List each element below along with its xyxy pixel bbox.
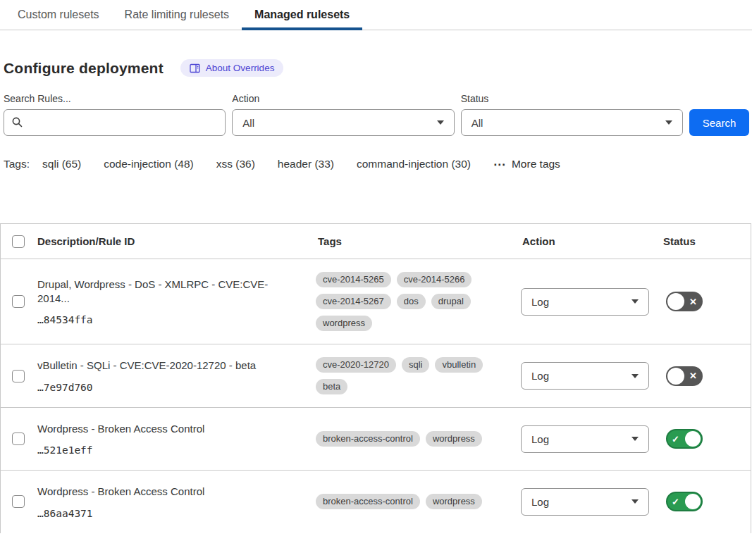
row-action-value: Log [531,496,549,508]
rule-description: vBulletin - SQLi - CVE:CVE-2020-12720 - … [37,359,297,373]
tab-custom-rulesets[interactable]: Custom rulesets [5,0,112,30]
rule-id: …521e1eff [37,444,297,456]
table-row: vBulletin - SQLi - CVE:CVE-2020-12720 - … [1,344,751,407]
tag-pill: broken-access-control [316,431,420,447]
tag-filter-xss[interactable]: xss (36) [216,158,255,170]
tab-rate-limiting-rulesets[interactable]: Rate limiting rulesets [112,0,242,30]
check-icon: ✓ [672,435,679,444]
tags-bar: Tags: sqli (65) code-injection (48) xss … [4,158,749,170]
chevron-down-icon [631,374,639,378]
ruleset-tabbar: Custom rulesets Rate limiting rulesets M… [0,0,752,30]
table-body: Drupal, Wordpress - DoS - XMLRPC - CVE:C… [1,259,751,533]
action-filter-group: Action All [232,93,454,136]
row-checkbox[interactable] [12,433,25,445]
rule-tags: cve-2014-5265cve-2014-5266cve-2014-5267d… [316,259,521,344]
table-row: Wordpress - Broken Access Control …86aa4… [1,470,751,533]
tag-pill: dos [397,294,426,309]
more-tags-label: More tags [512,158,560,170]
action-filter-value: All [242,117,254,129]
table-row: Drupal, Wordpress - DoS - XMLRPC - CVE:C… [1,259,751,344]
chevron-down-icon [631,299,639,304]
tag-filter-header[interactable]: header (33) [278,158,334,170]
about-overrides-label: About Overrides [206,63,275,73]
chevron-down-icon [437,120,444,125]
column-header-description: Description/Rule ID [37,235,316,247]
page-title: Configure deployment [4,60,164,77]
row-action-select[interactable]: Log [521,425,649,453]
status-filter-value: All [471,117,483,129]
tag-pill: wordpress [426,431,482,447]
page-head: Configure deployment About Overrides [4,59,749,77]
status-filter-label: Status [461,93,683,104]
filter-row: Search Rules... Action All Status [4,93,749,136]
row-action-value: Log [531,433,549,445]
toggle-knob [685,494,701,509]
status-toggle[interactable]: ✕ [666,366,703,386]
toggle-knob [667,368,684,385]
rule-tags: cve-2020-12720sqlivbulletinbeta [316,344,521,407]
toggle-knob [685,431,701,447]
chevron-down-icon [631,499,639,504]
action-filter-label: Action [232,93,454,104]
tag-pill: sqli [402,357,430,373]
tag-filter-sqli[interactable]: sqli (65) [42,158,81,170]
tag-pill: cve-2014-5266 [397,272,472,287]
tags-bar-label: Tags: [4,158,30,170]
x-icon: ✕ [689,371,697,380]
row-action-select[interactable]: Log [521,288,649,316]
row-action-value: Log [531,296,549,308]
column-header-tags: Tags [316,235,521,247]
tag-pill: cve-2014-5265 [316,272,391,287]
rule-id: …7e97d760 [37,382,297,393]
row-checkbox[interactable] [12,495,25,508]
rule-id: …84534ffa [37,314,297,325]
tag-pill: wordpress [316,316,372,331]
rule-id: …86aa4371 [37,508,297,519]
row-action-select[interactable]: Log [521,362,649,390]
rule-description: Wordpress - Broken Access Control [37,485,297,499]
rules-table: Description/Rule ID Tags Action Status D… [0,223,751,533]
table-row: Wordpress - Broken Access Control …521e1… [1,407,751,470]
search-button[interactable]: Search [689,109,749,136]
chevron-down-icon [665,120,672,125]
action-filter-select[interactable]: All [232,109,454,136]
status-filter-group: Status All [461,93,683,136]
status-toggle[interactable]: ✓ [666,492,703,511]
chevron-down-icon [631,437,639,441]
column-header-action: Action [521,235,663,247]
row-checkbox[interactable] [12,370,25,382]
x-icon: ✕ [689,297,697,306]
search-label: Search Rules... [4,93,226,104]
row-action-select[interactable]: Log [521,488,649,516]
check-icon: ✓ [672,497,679,506]
rule-description: Drupal, Wordpress - DoS - XMLRPC - CVE:C… [37,278,297,306]
more-tags-button[interactable]: ⋯ More tags [493,158,560,170]
tag-filter-code-injection[interactable]: code-injection (48) [104,158,194,170]
search-group: Search Rules... [4,93,226,136]
tag-pill: broken-access-control [316,494,420,509]
row-action-value: Log [531,370,549,382]
search-rules-input[interactable] [4,109,226,136]
status-filter-select[interactable]: All [461,109,683,136]
rule-tags: broken-access-controlwordpress [316,481,521,522]
status-toggle[interactable]: ✓ [666,429,703,449]
tag-pill: vbulletin [435,357,483,373]
rule-tags: broken-access-controlwordpress [316,418,521,459]
tag-pill: wordpress [426,494,482,509]
book-icon [190,63,200,73]
tag-pill: beta [316,379,347,394]
row-checkbox[interactable] [12,295,25,308]
select-all-checkbox[interactable] [12,235,25,248]
tag-pill: cve-2020-12720 [316,357,396,373]
toggle-knob [667,293,684,310]
about-overrides-link[interactable]: About Overrides [180,59,284,77]
ellipsis-icon: ⋯ [493,158,505,170]
tag-pill: cve-2014-5267 [316,294,391,309]
status-toggle[interactable]: ✕ [666,292,703,311]
tab-managed-rulesets[interactable]: Managed rulesets [242,0,362,30]
tag-pill: drupal [431,294,471,309]
column-header-status: Status [663,235,751,247]
rule-description: Wordpress - Broken Access Control [37,422,297,436]
tag-filter-command-injection[interactable]: command-injection (30) [357,158,471,170]
table-header-row: Description/Rule ID Tags Action Status [1,224,751,259]
